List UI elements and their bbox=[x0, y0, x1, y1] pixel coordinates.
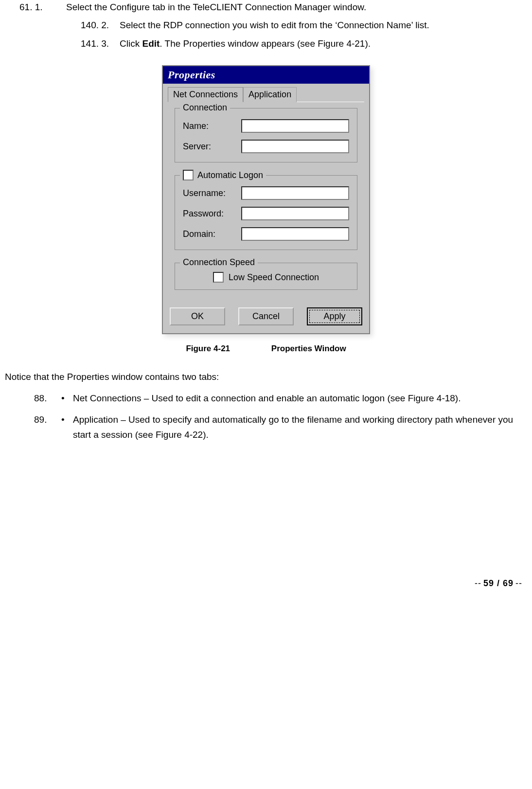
cancel-button[interactable]: Cancel bbox=[238, 307, 294, 325]
figure-title: Properties Window bbox=[271, 344, 346, 353]
ok-button[interactable]: OK bbox=[170, 307, 225, 325]
page-number-left-dash: -- bbox=[475, 578, 481, 588]
figure-caption: Figure 4-21 Properties Window bbox=[5, 344, 527, 354]
name-label: Name: bbox=[183, 121, 241, 131]
domain-input[interactable] bbox=[241, 227, 349, 241]
bullet-88-dot: • bbox=[61, 391, 73, 406]
group-logon-legend: Automatic Logon bbox=[180, 170, 266, 183]
step-2-text: Select the RDP connection you wish to ed… bbox=[120, 18, 527, 32]
domain-label: Domain: bbox=[183, 229, 241, 239]
group-connection-legend: Connection bbox=[180, 103, 230, 113]
username-label: Username: bbox=[183, 188, 241, 198]
step-3-number: 141. 3. bbox=[81, 36, 120, 51]
bullet-88-text: Net Connections – Used to edit a connect… bbox=[73, 391, 527, 406]
tab-net-connections[interactable]: Net Connections bbox=[168, 87, 243, 102]
figure-4-21: Properties Net Connections Application C… bbox=[5, 65, 527, 334]
step-1-text: Select the Configure tab in the TeleCLIE… bbox=[66, 0, 527, 14]
username-input[interactable] bbox=[241, 186, 349, 200]
notice-text: Notice that the Properties window contai… bbox=[5, 370, 527, 384]
bullet-89-dot: • bbox=[61, 412, 73, 442]
low-speed-label: Low Speed Connection bbox=[229, 272, 319, 283]
password-label: Password: bbox=[183, 209, 241, 219]
step-2: 140. 2. Select the RDP connection you wi… bbox=[81, 18, 527, 32]
automatic-logon-label: Automatic Logon bbox=[197, 170, 263, 180]
window-titlebar: Properties bbox=[163, 66, 369, 84]
step-3: 141. 3. Click Edit. The Properties windo… bbox=[81, 36, 527, 51]
tabs-row: Net Connections Application bbox=[163, 84, 369, 102]
name-input[interactable] bbox=[241, 119, 349, 133]
group-connection-speed: Connection Speed Low Speed Connection bbox=[175, 263, 357, 290]
password-input[interactable] bbox=[241, 207, 349, 220]
page-number: --59 / 69-- bbox=[5, 578, 522, 589]
step-2-number: 140. 2. bbox=[81, 18, 120, 32]
group-speed-legend: Connection Speed bbox=[180, 257, 258, 268]
server-input[interactable] bbox=[241, 140, 349, 153]
button-row: OK Cancel Apply bbox=[163, 303, 369, 333]
step-1: 61. 1. Select the Configure tab in the T… bbox=[5, 0, 527, 14]
step-3-prefix: Click bbox=[120, 38, 142, 49]
tab-panel: Connection Name: Server: Automatic bbox=[168, 102, 364, 290]
apply-button[interactable]: Apply bbox=[307, 307, 362, 325]
step-3-suffix: . The Properties window appears (see Fig… bbox=[160, 38, 371, 49]
bullet-88: 88. • Net Connections – Used to edit a c… bbox=[34, 391, 527, 406]
figure-number: Figure 4-21 bbox=[186, 344, 230, 354]
automatic-logon-checkbox[interactable] bbox=[183, 170, 194, 180]
low-speed-checkbox[interactable] bbox=[213, 272, 224, 283]
tab-application[interactable]: Application bbox=[243, 87, 297, 102]
page-number-right-dash: -- bbox=[515, 578, 522, 588]
group-connection: Connection Name: Server: bbox=[175, 108, 357, 162]
properties-window: Properties Net Connections Application C… bbox=[162, 65, 370, 334]
bullet-89-number: 89. bbox=[34, 412, 61, 442]
step-1-number: 61. 1. bbox=[5, 0, 66, 14]
bullet-89: 89. • Application – Used to specify and … bbox=[34, 412, 527, 442]
server-label: Server: bbox=[183, 142, 241, 152]
group-automatic-logon: Automatic Logon Username: Password: Doma… bbox=[175, 175, 357, 250]
bullet-89-text: Application – Used to specify and automa… bbox=[73, 412, 527, 442]
bullet-88-number: 88. bbox=[34, 391, 61, 406]
page-number-value: 59 / 69 bbox=[483, 578, 514, 588]
step-3-text: Click Edit. The Properties window appear… bbox=[120, 36, 527, 51]
step-3-bold: Edit bbox=[142, 38, 160, 49]
